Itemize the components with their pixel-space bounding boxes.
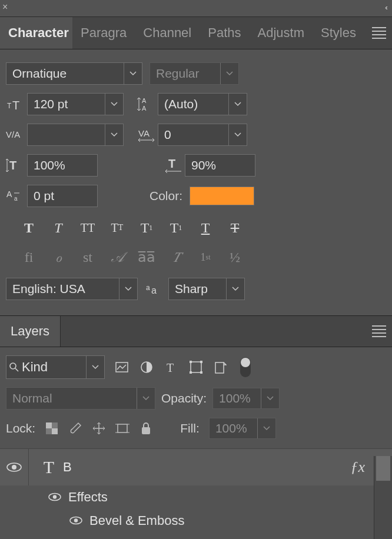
- color-label: Color:: [150, 189, 182, 203]
- kerning-select[interactable]: [27, 124, 124, 146]
- tab-adjustments[interactable]: Adjustm: [250, 17, 313, 49]
- tracking-select[interactable]: 0: [158, 124, 247, 146]
- hscale-icon: T: [164, 157, 181, 174]
- filter-smart-icon[interactable]: [213, 360, 228, 375]
- opacity-label: Opacity:: [161, 391, 207, 405]
- lock-brush-icon[interactable]: [68, 421, 82, 435]
- visibility-toggle-icon[interactable]: [48, 490, 62, 505]
- bold-button[interactable]: T: [20, 219, 38, 237]
- svg-point-43: [53, 495, 57, 498]
- hscale-input[interactable]: 90%: [185, 154, 255, 177]
- layers-panel-menu-icon[interactable]: [372, 325, 386, 337]
- chevron-down-icon: [228, 94, 247, 115]
- lock-transparency-icon[interactable]: [45, 421, 59, 435]
- superscript-button[interactable]: T1: [138, 219, 155, 237]
- svg-text:a: a: [146, 284, 150, 292]
- chevron-down-icon: [220, 63, 238, 84]
- tab-channels[interactable]: Channel: [135, 17, 200, 49]
- antialias-select[interactable]: Sharp: [168, 278, 245, 300]
- lock-all-icon[interactable]: [139, 421, 153, 435]
- filter-shape-icon[interactable]: [188, 360, 204, 375]
- panel-tabs: Character Paragra Channel Paths Adjustm …: [0, 17, 392, 49]
- effect-row-bevel[interactable]: Bevel & Emboss: [0, 509, 392, 533]
- lock-artboard-icon[interactable]: [115, 421, 129, 435]
- panel-menu-icon[interactable]: [372, 27, 386, 39]
- opacity-value: 100%: [213, 391, 261, 405]
- fill-value: 100%: [210, 421, 257, 435]
- italic-button[interactable]: T: [49, 219, 67, 237]
- opacity-select[interactable]: 100%: [212, 388, 280, 409]
- svg-rect-34: [118, 424, 127, 432]
- baseline-input[interactable]: 0 pt: [27, 185, 98, 207]
- swash-button[interactable]: ℴ: [49, 248, 67, 266]
- stylistic-alt-button[interactable]: st: [79, 248, 97, 266]
- tracking-value: 0: [158, 128, 228, 142]
- chevron-down-icon: [261, 388, 279, 408]
- text-color-swatch[interactable]: [190, 187, 254, 205]
- chevron-down-icon: [257, 418, 275, 438]
- filter-pixel-icon[interactable]: [114, 360, 129, 375]
- collapse-chevrons-icon[interactable]: ‹‹: [385, 4, 386, 12]
- font-style-select[interactable]: Regular: [150, 62, 239, 85]
- tab-layers[interactable]: Layers: [0, 316, 61, 347]
- smallcaps-button[interactable]: TT: [108, 219, 126, 237]
- discretionary-lig-button[interactable]: 𝑇: [167, 248, 185, 266]
- svg-text:T: T: [168, 157, 175, 170]
- font-size-icon: TT: [6, 98, 24, 111]
- chevron-down-icon: [105, 94, 123, 115]
- layer-name[interactable]: B: [63, 460, 72, 475]
- leading-icon: AA: [137, 97, 154, 112]
- allcaps-button[interactable]: TT: [79, 219, 97, 237]
- kerning-icon: V/A: [6, 128, 24, 141]
- svg-text:A: A: [142, 97, 147, 104]
- layer-filter-select[interactable]: Kind: [6, 355, 105, 379]
- svg-text:A: A: [142, 105, 147, 112]
- fill-select[interactable]: 100%: [209, 418, 276, 439]
- tab-paragraph[interactable]: Paragra: [72, 17, 135, 49]
- layers-scrollbar[interactable]: [374, 456, 392, 539]
- tab-styles[interactable]: Styles: [313, 17, 364, 49]
- scrollbar-thumb[interactable]: [376, 456, 390, 481]
- antialias-value: Sharp: [169, 282, 226, 296]
- tracking-icon: VA: [137, 127, 154, 142]
- filter-type-icon[interactable]: T: [164, 360, 179, 375]
- contextual-alt-button[interactable]: a̅a̅: [138, 248, 155, 266]
- vscale-input[interactable]: 100%: [27, 154, 98, 177]
- subscript-button[interactable]: T1: [167, 219, 185, 237]
- close-icon[interactable]: ×: [2, 2, 8, 12]
- blend-mode-select[interactable]: Normal: [6, 387, 155, 410]
- ligatures-button[interactable]: fi: [20, 248, 38, 266]
- search-icon: [6, 362, 22, 372]
- lock-position-icon[interactable]: [92, 421, 106, 435]
- svg-rect-25: [190, 371, 192, 374]
- chevron-down-icon: [228, 124, 247, 145]
- tab-paths[interactable]: Paths: [200, 17, 249, 49]
- svg-rect-39: [142, 427, 150, 434]
- language-select[interactable]: English: USA: [6, 278, 138, 300]
- svg-rect-29: [52, 428, 58, 434]
- filter-adjustment-icon[interactable]: [139, 360, 154, 375]
- type-style-buttons: T T TT TT T1 T1 T T: [6, 215, 386, 245]
- tab-character[interactable]: Character: [0, 17, 72, 49]
- titling-alt-button[interactable]: 𝒜: [108, 248, 126, 266]
- font-family-select[interactable]: Ornatique: [6, 62, 142, 85]
- font-size-value: 120 pt: [28, 97, 105, 111]
- chevron-down-icon: [86, 356, 104, 378]
- fractions-button[interactable]: ½: [226, 248, 244, 266]
- svg-rect-24: [200, 361, 202, 363]
- leading-select[interactable]: (Auto): [158, 93, 247, 115]
- vscale-icon: T: [6, 158, 24, 173]
- ordinals-button[interactable]: 1st: [197, 248, 214, 266]
- lock-label: Lock:: [6, 421, 35, 435]
- layer-filter-value: Kind: [22, 360, 86, 375]
- strikethrough-button[interactable]: T: [226, 219, 244, 237]
- effects-header-row[interactable]: Effects: [0, 485, 392, 509]
- svg-text:T: T: [7, 102, 12, 110]
- layer-row-type[interactable]: T B ƒx: [0, 448, 392, 485]
- font-size-select[interactable]: 120 pt: [27, 93, 124, 115]
- fx-badge-icon[interactable]: ƒx: [350, 458, 365, 476]
- underline-button[interactable]: T: [197, 219, 214, 237]
- visibility-toggle-icon[interactable]: [0, 462, 28, 473]
- filter-toggle-switch[interactable]: [240, 357, 251, 377]
- visibility-toggle-icon[interactable]: [69, 513, 84, 528]
